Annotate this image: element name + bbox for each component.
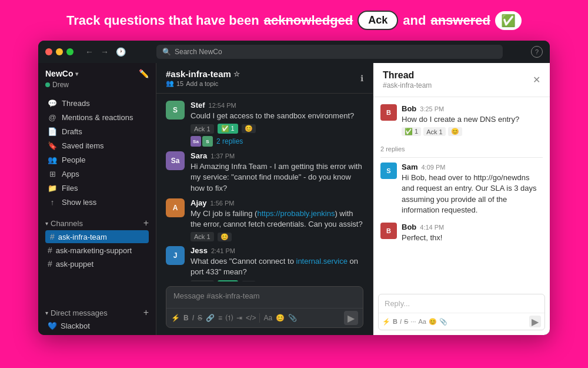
thread-attachment-button[interactable]: 📎 [439, 318, 447, 326]
channel-name: ask-infra-team [58, 233, 107, 241]
workspace-name[interactable]: NewCo ▾ [45, 69, 78, 78]
sidebar-item-apps[interactable]: ⊞ Apps [41, 167, 153, 181]
slackbot-emoji: 💙 [48, 321, 57, 330]
attachment-button[interactable]: 📎 [288, 314, 297, 322]
ack-badge: Ack [358, 11, 398, 30]
thread-reply-time: 4:09 PM [421, 164, 445, 171]
check-reaction[interactable]: ✅ 1 [218, 124, 238, 134]
search-bar[interactable]: 🔍 Search NewCo [156, 45, 503, 59]
thread-text-button[interactable]: Aa [419, 318, 426, 325]
forward-button[interactable]: → [98, 46, 111, 58]
msg-time: 1:37 PM [211, 152, 235, 160]
thread-lightning-button[interactable]: ⚡ [382, 318, 390, 326]
thread-avatar-bob2: B [380, 223, 397, 239]
help-button[interactable]: ? [531, 46, 543, 58]
minimize-traffic-light[interactable] [56, 48, 63, 55]
msg-reactions: Ack 1 😊 [191, 232, 363, 241]
send-button[interactable]: ▶ [344, 311, 358, 325]
dm-label: Direct messages [51, 309, 108, 317]
workspace-header: NewCo ▾ ✏️ [38, 63, 156, 81]
status-dot [45, 82, 50, 87]
dm-caret-icon: ▾ [45, 310, 48, 316]
add-dm-button[interactable]: + [143, 307, 149, 318]
channel-item-ask-infra-team[interactable]: # ask-infra-team [45, 230, 149, 243]
apps-icon: ⊞ [48, 170, 57, 178]
msg-author: Stef [191, 101, 205, 110]
ack-reaction[interactable]: Ack 1 [423, 127, 446, 136]
history-icon[interactable]: 🕐 [116, 47, 126, 57]
threads-label: Threads [62, 99, 90, 108]
channel-item-ask-puppet[interactable]: # ask-puppet [45, 257, 149, 270]
ack-button[interactable]: Ack 1 [191, 124, 214, 134]
chat-panel: #ask-infra-team ☆ 👥 15 Add a topic ℹ [156, 63, 373, 335]
emoji-button[interactable]: 😊 [276, 314, 285, 322]
bold-button[interactable]: B [183, 314, 189, 322]
show-less-icon: ↑ [48, 198, 57, 207]
ack-button[interactable]: Ack 1 [191, 232, 214, 241]
thread-messages: B Bob 3:25 PM How do I create a new DNS … [373, 97, 550, 289]
thread-reply-time: 4:14 PM [420, 224, 444, 231]
emoji-reaction[interactable]: 😊 [218, 233, 232, 241]
thread-bold-button[interactable]: B [393, 318, 397, 325]
thread-emoji-button[interactable]: 😊 [429, 318, 437, 326]
back-button[interactable]: ← [83, 46, 96, 58]
channel-item-ask-marketing[interactable]: # ask-marketing-support [45, 244, 149, 257]
thread-title: Thread [383, 70, 432, 81]
info-button[interactable]: ℹ [360, 74, 363, 83]
banner-word1: acknowledged [264, 13, 353, 28]
toolbar-divider [259, 313, 260, 323]
emoji-reaction[interactable]: 😊 [242, 124, 256, 133]
thread-close-button[interactable]: ✕ [533, 74, 540, 85]
thread-original-author: Bob [402, 104, 416, 113]
dm-slackbot[interactable]: 💙 Slackbot [45, 320, 149, 332]
text-format-button[interactable]: Aa [263, 314, 272, 322]
italic-button[interactable]: I [192, 314, 194, 322]
sidebar-item-people[interactable]: 👥 People [41, 153, 153, 167]
workspace-caret-icon: ▾ [75, 71, 78, 77]
thread-strikethrough-button[interactable]: S [404, 318, 408, 325]
dm-header[interactable]: ▾ Direct messages + [45, 306, 149, 319]
channels-section: ▾ Channels + # ask-infra-team # ask-mark… [38, 212, 156, 273]
msg-text: Could I get access to the sandbox enviro… [191, 111, 363, 121]
thread-input-field[interactable]: Reply... [379, 294, 544, 313]
star-icon[interactable]: ☆ [233, 70, 240, 78]
sidebar-item-drafts[interactable]: 📄 Drafts [41, 125, 153, 138]
thread-send-button[interactable]: ▶ [529, 316, 541, 327]
input-placeholder: Message #ask-infra-team [173, 291, 260, 300]
thread-reply-input: Reply... ⚡ B I S ··· Aa 😊 📎 ▶ [378, 294, 545, 330]
msg-reactions: Ack 1 ✅ 1 😊 [191, 124, 363, 134]
link: internal.service [296, 257, 348, 266]
close-traffic-light[interactable] [45, 48, 52, 55]
indent-button[interactable]: ⇥ [236, 314, 242, 322]
sidebar-item-show-less[interactable]: ↑ Show less [41, 195, 153, 209]
thread-input-placeholder: Reply... [385, 299, 410, 308]
thread-italic-button[interactable]: I [400, 318, 402, 325]
sidebar-item-threads[interactable]: 💬 Threads [41, 97, 153, 110]
maximize-traffic-light[interactable] [66, 48, 74, 55]
list-button[interactable]: ≡ [218, 314, 222, 322]
reply-avatars: Sa S [191, 136, 213, 147]
thread-original-time: 3:25 PM [420, 105, 444, 112]
sidebar-item-mentions[interactable]: @ Mentions & reactions [41, 111, 153, 124]
message-input[interactable]: Message #ask-infra-team [166, 287, 363, 308]
add-channel-button[interactable]: + [143, 218, 149, 228]
saved-icon: 🔖 [48, 141, 57, 150]
thread-ellipsis-button[interactable]: ··· [410, 318, 416, 325]
replies-link[interactable]: 2 replies [216, 137, 243, 145]
check-reaction[interactable]: ✅ 1 [402, 127, 421, 136]
reply-avatar-stef: S [202, 136, 213, 147]
emoji-reaction[interactable]: 😊 [448, 127, 462, 136]
strikethrough-button[interactable]: S [198, 314, 202, 322]
link-button[interactable]: 🔗 [206, 314, 215, 322]
sidebar-item-saved[interactable]: 🔖 Saved items [41, 139, 153, 152]
ordered-list-button[interactable]: ⑴ [226, 313, 233, 323]
edit-icon[interactable]: ✏️ [139, 69, 149, 78]
lightning-button[interactable]: ⚡ [171, 314, 180, 322]
hash-icon: # [48, 259, 52, 268]
channels-caret-icon: ▾ [45, 220, 48, 227]
code-button[interactable]: </> [246, 314, 256, 322]
sidebar-item-files[interactable]: 📁 Files [41, 181, 153, 195]
mentions-label: Mentions & reactions [62, 113, 133, 122]
channels-header[interactable]: ▾ Channels + [45, 217, 149, 230]
channels-label: Channels [51, 219, 83, 228]
